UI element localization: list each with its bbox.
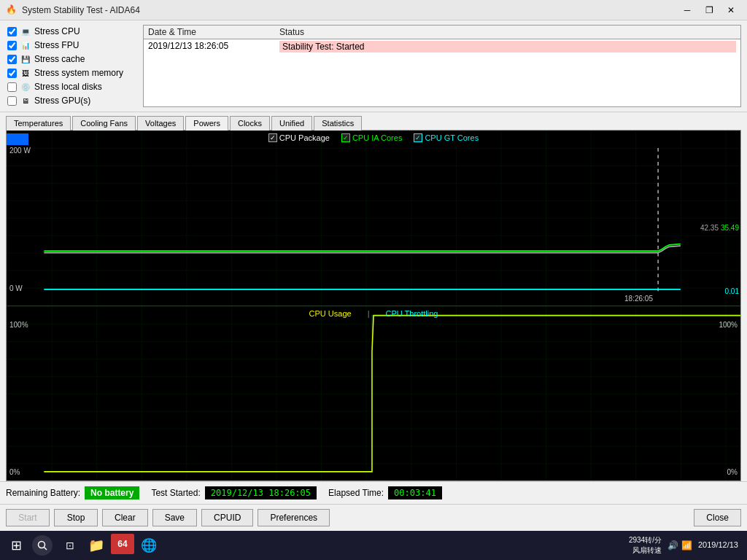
tab-cooling[interactable]: Cooling Fans [72, 116, 136, 131]
test-started-item: Test Started: 2019/12/13 18:26:05 [151, 486, 317, 499]
svg-line-12 [44, 548, 47, 551]
value-package: 42.35 [700, 224, 719, 232]
fan-speed-text: 2934转/分风扇转速 [629, 535, 662, 556]
stress-memory-label: Stress system memory [34, 68, 123, 78]
tab-powers[interactable]: Powers [185, 116, 228, 131]
stress-disks-item: 💿 Stress local disks [6, 80, 137, 93]
system-tray: 🔊 📶 [667, 540, 692, 551]
powers-chart-svg [7, 131, 740, 306]
disks-icon: 💿 [20, 81, 31, 93]
preferences-button[interactable]: Preferences [258, 509, 330, 526]
powers-x-time: 18:26:05 [624, 295, 653, 303]
charts-area: ✓ CPU Package ✓ CPU IA Cores ✓ CPU GT Co… [6, 130, 741, 481]
elapsed-value: 00:03:41 [388, 486, 442, 499]
legend-cpu-ia: ✓ CPU IA Cores [341, 133, 402, 142]
search-button[interactable] [32, 535, 53, 556]
status-test-value: Stability Test: Started [279, 41, 736, 52]
cpu-usage-legend: CPU Usage [309, 309, 352, 318]
powers-chart: ✓ CPU Package ✓ CPU IA Cores ✓ CPU GT Co… [7, 131, 740, 306]
buttons-row: Start Stop Clear Save CPUID Preferences … [0, 505, 747, 531]
tab-temperatures[interactable]: Temperatures [6, 116, 71, 131]
stress-memory-checkbox[interactable] [7, 69, 17, 78]
memory-icon: 🖼 [20, 67, 31, 79]
stress-cache-label: Stress cache [34, 54, 85, 64]
save-button[interactable]: Save [152, 509, 197, 526]
cpu-y-max: 100% [9, 321, 28, 329]
date-value: 2019/12/13 18:26:05 [148, 41, 279, 52]
bottom-status-bar: Remaining Battery: No battery Test Start… [0, 481, 747, 505]
legend-cpu-gt: ✓ CPU GT Cores [414, 133, 479, 142]
value-ia: 35.49 [721, 224, 739, 232]
browser-icon[interactable]: 🌐 [137, 534, 160, 557]
legend-gt-label: CPU GT Cores [425, 133, 479, 142]
status-header: Date & Time Status [144, 26, 740, 39]
tab-clocks[interactable]: Clocks [230, 116, 270, 131]
stress-disks-checkbox[interactable] [7, 82, 17, 92]
cpu-y-right-max: 100% [719, 321, 738, 329]
clear-button[interactable]: Clear [102, 509, 148, 526]
test-started-label: Test Started: [151, 488, 200, 498]
start-menu-button[interactable]: ⊞ [3, 532, 29, 559]
taskbar: ⊞ ⊡ 📁 64 🌐 2934转/分风扇转速 🔊 📶 2019/12/13 [0, 531, 747, 560]
file-explorer-icon[interactable]: 📁 [85, 534, 108, 557]
title-bar: 🔥 System Stability Test - AIDA64 ─ ❐ ✕ [0, 0, 747, 20]
powers-y-min: 0 W [9, 284, 23, 292]
stress-memory-item: 🖼 Stress system memory [6, 66, 137, 79]
gpu-icon: 🖥 [20, 95, 31, 106]
tab-statistics[interactable]: Statistics [314, 116, 362, 131]
tabs-bar: Temperatures Cooling Fans Voltages Power… [0, 112, 747, 130]
cpu-usage-chart: CPU Usage | CPU Throttling [7, 306, 740, 481]
stress-cpu-label: Stress CPU [34, 26, 80, 36]
close-button[interactable]: Close [694, 509, 741, 526]
taskbar-date: 2019/12/13 [698, 540, 738, 551]
aida64-taskbar-icon[interactable]: 64 [111, 534, 134, 554]
svg-rect-10 [7, 306, 740, 481]
title-bar-text: System Stability Test - AIDA64 [22, 5, 677, 15]
battery-value: No battery [85, 486, 139, 499]
date-time-header: Date & Time [148, 27, 279, 37]
stress-cache-checkbox[interactable] [7, 55, 17, 64]
tab-unified[interactable]: Unified [271, 116, 312, 131]
elapsed-label: Elapsed Time: [328, 488, 384, 498]
powers-y-max: 200 W [9, 147, 31, 155]
minimize-button[interactable]: ─ [677, 2, 697, 18]
status-header-text: Status [279, 27, 736, 37]
stress-gpu-checkbox[interactable] [7, 96, 17, 106]
cpu-y-min: 0% [9, 468, 20, 476]
stress-gpu-label: Stress GPU(s) [34, 96, 90, 106]
app-icon: 🔥 [6, 4, 18, 16]
value-gt: 0.01 [725, 287, 739, 295]
stress-disks-label: Stress local disks [34, 82, 102, 92]
tab-voltages[interactable]: Voltages [137, 116, 184, 131]
powers-legend: ✓ CPU Package ✓ CPU IA Cores ✓ CPU GT Co… [7, 133, 740, 142]
taskbar-icons: ⊡ 📁 64 🌐 [58, 534, 160, 557]
stress-cache-item: 💾 Stress cache [6, 52, 137, 66]
fpu-icon: 📊 [20, 39, 31, 51]
maximize-button[interactable]: ❐ [699, 2, 719, 18]
task-view-icon[interactable]: ⊡ [58, 534, 82, 557]
main-window: 💻 Stress CPU 📊 Stress FPU 💾 Stress cache… [0, 20, 747, 531]
legend-ia-label: CPU IA Cores [352, 133, 402, 142]
window-controls: ─ ❐ ✕ [677, 2, 741, 18]
elapsed-item: Elapsed Time: 00:03:41 [328, 486, 442, 499]
start-button[interactable]: Start [6, 509, 50, 526]
stress-fpu-checkbox[interactable] [7, 41, 17, 50]
cpu-chart-svg [7, 306, 740, 481]
battery-label: Remaining Battery: [6, 488, 80, 498]
cpu-icon: 💻 [20, 26, 31, 37]
cache-icon: 💾 [20, 53, 31, 65]
cpu-throttling-legend: CPU Throttling [386, 309, 438, 318]
top-section: 💻 Stress CPU 📊 Stress FPU 💾 Stress cache… [0, 20, 747, 112]
stress-cpu-checkbox[interactable] [7, 27, 17, 36]
close-window-button[interactable]: ✕ [721, 2, 741, 18]
battery-item: Remaining Battery: No battery [6, 486, 139, 499]
taskbar-date-value: 2019/12/13 [698, 540, 738, 551]
svg-rect-4 [7, 131, 740, 306]
cpuid-button[interactable]: CPUID [201, 509, 253, 526]
search-icon [37, 540, 47, 551]
svg-point-11 [39, 542, 45, 548]
status-panel: Date & Time Status 2019/12/13 18:26:05 S… [143, 25, 741, 107]
taskbar-right: 2934转/分风扇转速 🔊 📶 2019/12/13 [629, 535, 744, 556]
legend-package-label: CPU Package [279, 133, 330, 142]
stop-button[interactable]: Stop [54, 509, 98, 526]
